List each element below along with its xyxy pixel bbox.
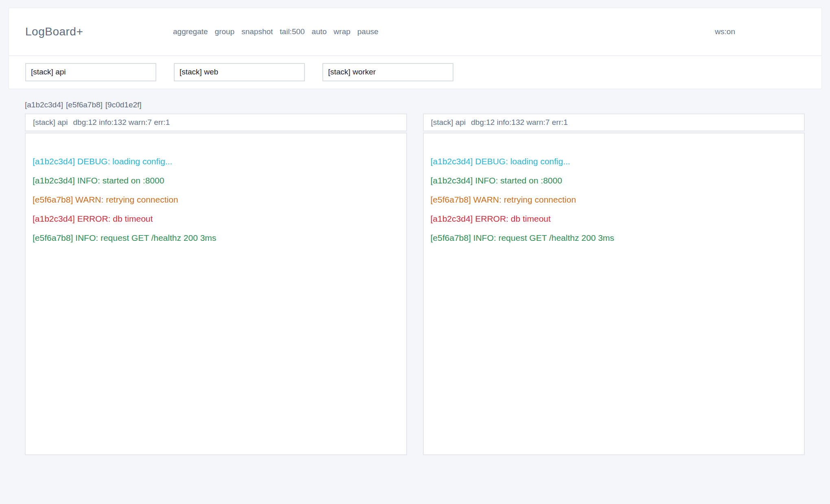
toolbar-item-snapshot[interactable]: snapshot — [241, 27, 273, 36]
trace-chip-9c0d1e2f[interactable]: [9c0d1e2f] — [105, 100, 142, 109]
trace-chip-e5f6a7b8[interactable]: [e5f6a7b8] — [66, 100, 103, 109]
log-line: [a1b2c3d4] ERROR: db timeout — [33, 209, 399, 228]
log-panel-right-scroll-area[interactable]: [a1b2c3d4] DEBUG: loading config... [a1b… — [423, 133, 805, 455]
toolbar-item-pause[interactable]: pause — [357, 27, 379, 36]
log-line: [e5f6a7b8] INFO: request GET /healthz 20… — [431, 228, 797, 247]
panel-source-label: [stack] api — [33, 118, 68, 127]
ws-status-toggle[interactable]: ws:on — [715, 27, 735, 36]
filter-row — [9, 56, 821, 88]
toolbar: aggregate group snapshot tail:500 auto w… — [173, 27, 715, 36]
log-line: [a1b2c3d4] DEBUG: loading config... — [33, 152, 399, 171]
content-area: [a1b2c3d4] [e5f6a7b8] [9c0d1e2f] [stack]… — [25, 89, 805, 455]
log-panel-right-header: [stack] api dbg:12 info:132 warn:7 err:1 — [423, 113, 805, 131]
panel-level-counts: dbg:12 info:132 warn:7 err:1 — [73, 118, 170, 127]
stack-filter-input-api[interactable] — [25, 63, 156, 81]
log-panels: [stack] api dbg:12 info:132 warn:7 err:1… — [25, 113, 805, 455]
toolbar-item-aggregate[interactable]: aggregate — [173, 27, 208, 36]
toolbar-item-group[interactable]: group — [215, 27, 235, 36]
toolbar-item-wrap[interactable]: wrap — [334, 27, 350, 36]
header-row: LogBoard+ aggregate group snapshot tail:… — [9, 8, 821, 56]
stack-filter-input-web[interactable] — [174, 63, 305, 81]
toolbar-item-auto[interactable]: auto — [312, 27, 327, 36]
log-line: [a1b2c3d4] INFO: started on :8000 — [431, 171, 797, 190]
log-line: [e5f6a7b8] INFO: request GET /healthz 20… — [33, 228, 399, 247]
log-line: [a1b2c3d4] DEBUG: loading config... — [431, 152, 797, 171]
trace-chips: [a1b2c3d4] [e5f6a7b8] [9c0d1e2f] — [25, 100, 805, 109]
log-line: [a1b2c3d4] ERROR: db timeout — [431, 209, 797, 228]
panel-source-label: [stack] api — [431, 118, 466, 127]
log-panel-left: [stack] api dbg:12 info:132 warn:7 err:1… — [25, 113, 407, 455]
app-title: LogBoard+ — [25, 25, 173, 38]
log-panel-left-header: [stack] api dbg:12 info:132 warn:7 err:1 — [25, 113, 407, 131]
top-bar-card: LogBoard+ aggregate group snapshot tail:… — [9, 8, 822, 89]
panel-level-counts: dbg:12 info:132 warn:7 err:1 — [471, 118, 568, 127]
log-line: [e5f6a7b8] WARN: retrying connection — [33, 190, 399, 209]
toolbar-item-tail[interactable]: tail:500 — [280, 27, 304, 36]
log-line: [a1b2c3d4] INFO: started on :8000 — [33, 171, 399, 190]
stack-filter-input-worker[interactable] — [322, 63, 453, 81]
log-line: [e5f6a7b8] WARN: retrying connection — [431, 190, 797, 209]
log-panel-left-scroll-area[interactable]: [a1b2c3d4] DEBUG: loading config... [a1b… — [25, 133, 407, 455]
log-panel-right: [stack] api dbg:12 info:132 warn:7 err:1… — [423, 113, 805, 455]
trace-chip-a1b2c3d4[interactable]: [a1b2c3d4] — [25, 100, 63, 109]
page: LogBoard+ aggregate group snapshot tail:… — [0, 0, 830, 504]
